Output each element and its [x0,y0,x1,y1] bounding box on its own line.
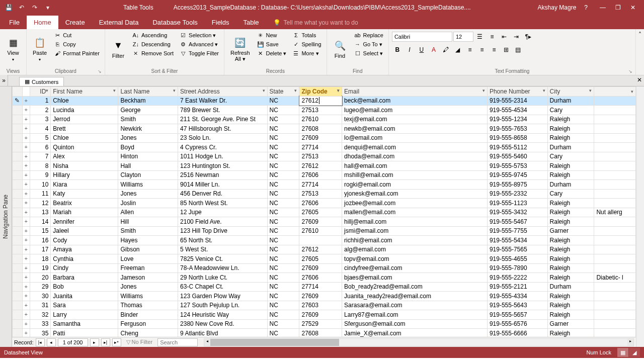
bold-button[interactable]: B [392,44,403,55]
save-icon[interactable]: 💾 [4,3,13,12]
cell[interactable]: NC [267,170,299,180]
cell[interactable]: Beckham [118,96,178,106]
expand-row-icon[interactable]: + [22,245,30,254]
cell[interactable]: 919-555-2332 [487,189,547,199]
table-row[interactable]: +33SamanthaFerguson2380 New Cove Rd.NC27… [13,319,636,329]
cell[interactable]: Raleigh [547,133,594,143]
cell[interactable]: Hall [118,161,178,171]
table-row[interactable]: +29BobJones63-C Chapel Ct.NC27714Bob_rea… [13,282,636,292]
cell[interactable]: 20 [30,273,51,283]
cell[interactable]: Sara [51,301,118,310]
cell[interactable]: 6 [30,143,51,152]
cell[interactable]: Raleigh [547,292,594,301]
ascending-button[interactable]: A↓Ascending [130,31,176,39]
cell[interactable]: Ferguson [118,319,178,329]
cell[interactable]: NC [267,329,299,337]
cell[interactable]: Quinton [51,143,118,152]
cell[interactable]: 65 North St. [178,236,267,245]
row-selector[interactable] [13,310,23,320]
datasheet-view-button[interactable]: ▦ [617,348,628,357]
text-direction-icon[interactable]: ¶▸ [523,31,534,42]
cell[interactable]: hall@email.com [342,161,488,171]
table-row[interactable]: +30JuanitaWilliams123 Garden Plow WayNC2… [13,292,636,301]
cell[interactable]: 27529 [299,319,342,329]
cell[interactable] [594,319,636,329]
row-selector[interactable] [13,115,23,124]
cell[interactable]: Juanita [51,292,118,301]
cell[interactable] [594,124,636,134]
cell[interactable]: 27609 [299,292,342,301]
cell[interactable]: lugeo@email.com [342,106,488,115]
remove-sort-button[interactable]: ⨯Remove Sort [130,49,176,57]
cell[interactable]: 919-555-5657 [487,310,547,320]
prev-record-button[interactable]: ◂ [47,338,56,346]
table-row[interactable]: ✎+1ChloeBeckham7 East Walker Dr.NC27612b… [13,96,636,106]
table-row[interactable]: +14JenniferHill2100 Field Ave.NC27609hil… [13,217,636,227]
cell[interactable]: Diabetic- l [594,273,636,283]
cell[interactable]: Raleigh [547,301,594,310]
indent-left-icon[interactable]: ⇤ [499,31,510,42]
cell[interactable] [299,236,342,245]
cell[interactable]: 919-555-9745 [487,170,547,180]
cell[interactable] [594,236,636,245]
column-dropdown-icon[interactable]: ▾ [631,89,633,94]
tell-me-search[interactable]: 💡Tell me what you want to do [266,16,365,29]
table-row[interactable]: +35PattiCheng9 Atlantic BlvdNC27608Jamie… [13,329,636,337]
indent-right-icon[interactable]: ⇥ [511,31,522,42]
expand-row-icon[interactable]: + [22,143,30,152]
cell[interactable]: Jaleel [51,226,118,236]
cell[interactable]: 17 [30,245,51,254]
expand-row-icon[interactable]: + [22,115,30,124]
cell[interactable]: topv@email.com [342,254,488,264]
column-dropdown-icon[interactable]: ▾ [337,88,340,93]
cell[interactable]: mallen@email.com [342,208,488,217]
column-header[interactable]: State▾ [267,87,299,97]
font-select[interactable] [392,32,452,42]
highlight-icon[interactable]: 🖍 [440,44,451,55]
find-button[interactable]: 🔍 Find [330,31,350,67]
clipboard-launcher-icon[interactable]: ↘ [98,69,102,74]
cell[interactable]: Raleigh [547,329,594,337]
cell[interactable]: jsmi@email.com [342,226,488,236]
cell[interactable]: 919-555-2314 [487,96,547,106]
cell[interactable]: 27609 [299,263,342,273]
cell[interactable] [594,96,636,106]
cell[interactable]: Raleigh [547,199,594,208]
cell[interactable]: NC [267,273,299,283]
cell[interactable]: Hillary [51,170,118,180]
table-row[interactable]: +2LucindaGeorge789 Brewer St.NC27513luge… [13,106,636,115]
expand-row-icon[interactable]: + [22,152,30,161]
cell[interactable]: Cheng [118,329,178,337]
cell[interactable]: Raleigh [547,170,594,180]
undo-icon[interactable]: ↶ [17,3,26,12]
qat-customize-icon[interactable]: ▾ [43,3,52,12]
table-row[interactable]: +20BarbaraJameson29 North Luke Ct.NC2760… [13,273,636,283]
collapse-ribbon-icon[interactable]: ˄ [636,29,644,75]
cell[interactable] [594,161,636,171]
cell[interactable]: 11 [30,189,51,199]
cell[interactable]: beck@email.com [342,96,488,106]
cell[interactable]: 1011 Hodge Ln. [178,152,267,161]
datasheet-grid[interactable]: ID▾First Name▾Last Name▾Street Address▾S… [12,86,636,337]
cell[interactable]: NC [267,319,299,329]
cell[interactable] [594,106,636,115]
cell[interactable]: 27610 [299,115,342,124]
cell[interactable]: NC [267,96,299,106]
cell[interactable]: 919-555-5112 [487,143,547,152]
cell[interactable] [594,180,636,190]
cell[interactable]: NC [267,115,299,124]
expand-row-icon[interactable]: + [22,208,30,217]
cell[interactable]: 27513 [299,152,342,161]
underline-button[interactable]: U [416,44,427,55]
cell[interactable] [594,199,636,208]
cell[interactable]: 78-A Meadowview Ln. [178,263,267,273]
cell[interactable] [594,263,636,273]
cell[interactable]: Raleigh [547,273,594,283]
cell[interactable]: 919-555-6666 [487,329,547,337]
cell[interactable]: George [118,106,178,115]
cell[interactable]: Williams [118,180,178,190]
cell[interactable]: NC [267,124,299,134]
cell[interactable]: Lucinda [51,106,118,115]
cell[interactable]: 29 [30,282,51,292]
font-size-select[interactable] [453,32,473,42]
